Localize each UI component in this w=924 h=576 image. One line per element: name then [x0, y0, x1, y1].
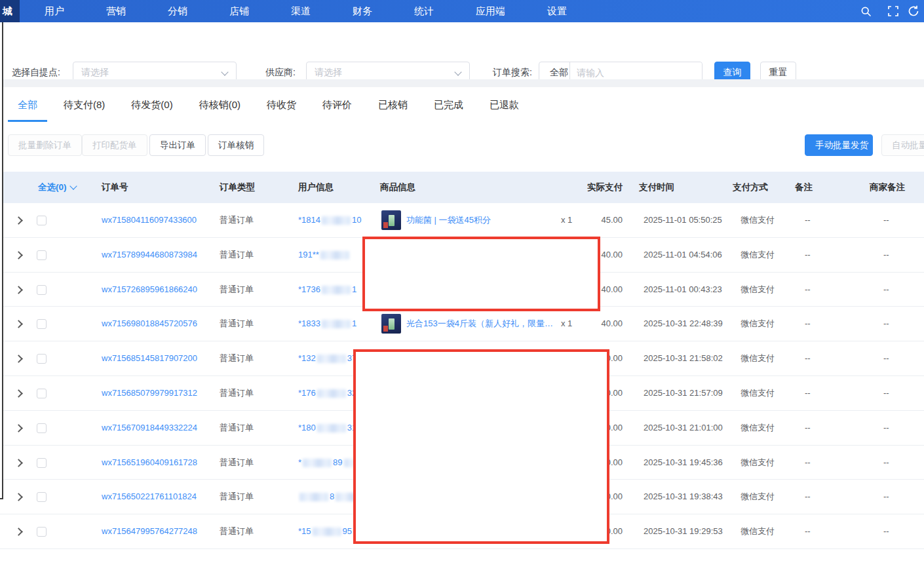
product-name-link[interactable]: 光合153一袋4斤装（新人好礼，限量1袋...: [406, 307, 556, 341]
column-remark: 备注: [795, 172, 813, 203]
select-all-control[interactable]: 全选(0): [38, 172, 76, 203]
nav-item-channel[interactable]: 渠道: [279, 0, 322, 22]
column-payment-method: 支付方式: [733, 172, 768, 203]
row-checkbox[interactable]: [37, 423, 47, 433]
search-icon[interactable]: [852, 0, 879, 22]
tab-pending-payment[interactable]: 待支付(8): [64, 87, 105, 122]
blurred-text: [317, 389, 346, 398]
refresh-icon[interactable]: [907, 0, 924, 22]
nav-item-distribution[interactable]: 分销: [156, 0, 199, 22]
order-number-link[interactable]: wx715650221761101824: [102, 480, 197, 514]
tab-pending-verification[interactable]: 待核销(0): [199, 87, 241, 122]
row-checkbox[interactable]: [37, 319, 47, 329]
order-number-link[interactable]: wx715789944680873984: [102, 238, 197, 273]
product-name-link[interactable]: 功能菌 | 一袋送45积分: [406, 203, 491, 238]
remark: --: [805, 203, 811, 238]
expand-chevron-icon[interactable]: [14, 389, 23, 398]
payment-method: 微信支付: [741, 446, 775, 480]
blurred-text: [317, 355, 346, 363]
order-management-page: { "colors": { "nav_blue": "#2f74e0", "ac…: [0, 0, 924, 576]
payment-method: 微信支付: [741, 238, 775, 273]
tab-refunded[interactable]: 已退款: [490, 87, 519, 122]
column-order-type: 订单类型: [220, 172, 255, 203]
order-number-link[interactable]: wx715670918449332224: [102, 411, 197, 446]
top-navbar: 城 用户 营销 分销 店铺 渠道 财务 统计 应用端 设置: [0, 0, 924, 22]
remark: --: [805, 376, 811, 411]
merchant-remark: --: [883, 203, 889, 238]
row-checkbox[interactable]: [37, 458, 47, 468]
supplier-placeholder: 请选择: [315, 67, 342, 77]
row-checkbox[interactable]: [37, 216, 47, 225]
row-checkbox[interactable]: [37, 389, 47, 398]
user-info[interactable]: *181410: [298, 203, 361, 238]
table-header: 全选(0) 订单号 订单类型 用户信息 商品信息 实际支付 支付时间 支付方式 …: [0, 172, 924, 203]
expand-chevron-icon[interactable]: [14, 286, 23, 294]
chevron-down-icon: [69, 182, 77, 189]
user-info[interactable]: *18331: [298, 307, 356, 341]
tab-completed[interactable]: 已完成: [434, 87, 463, 122]
order-number-link[interactable]: wx715698018845720576: [102, 307, 197, 341]
user-info[interactable]: 191**: [298, 238, 351, 273]
batch-delete-orders-button: 批量删除订单: [8, 134, 82, 156]
remark: --: [805, 446, 811, 480]
payment-time: 2025-10-31 21:01:00: [644, 411, 723, 446]
expand-chevron-icon[interactable]: [14, 320, 23, 329]
user-info[interactable]: *18031: [298, 411, 356, 446]
order-number-link[interactable]: wx715647995764277248: [102, 514, 197, 549]
order-verification-button[interactable]: 订单核销: [208, 134, 264, 156]
window-edge-artifact: [0, 22, 3, 499]
fullscreen-icon[interactable]: [879, 0, 907, 22]
payment-time: 2025-10-31 19:29:53: [644, 514, 723, 549]
tab-pending-shipment[interactable]: 待发货(0): [131, 87, 172, 122]
tab-pending-review[interactable]: 待评价: [322, 87, 352, 122]
payment-method: 微信支付: [741, 341, 775, 376]
user-info[interactable]: *17361: [298, 273, 356, 307]
order-number-link[interactable]: wx715651960409161728: [102, 446, 197, 480]
row-checkbox[interactable]: [37, 527, 47, 537]
nav-item-mall-partial[interactable]: 城: [0, 0, 20, 22]
product-qty: x 1: [561, 203, 572, 238]
merchant-remark: --: [883, 238, 889, 273]
column-user-info: 用户信息: [298, 172, 334, 203]
row-checkbox[interactable]: [37, 492, 47, 502]
tab-verified[interactable]: 已核销: [378, 87, 408, 122]
manual-batch-ship-button[interactable]: 手动批量发货: [805, 134, 873, 156]
user-info[interactable]: *1595: [298, 514, 352, 549]
nav-item-client-apps[interactable]: 应用端: [464, 0, 517, 22]
actual-payment: 40.00: [577, 307, 623, 341]
tab-pending-receipt[interactable]: 待收货: [267, 87, 296, 122]
order-number-link[interactable]: wx715685079979917312: [102, 376, 197, 411]
tab-all[interactable]: 全部: [18, 87, 37, 122]
export-orders-button[interactable]: 导出订单: [149, 134, 206, 156]
nav-item-finance[interactable]: 财务: [341, 0, 384, 22]
order-number-link[interactable]: wx715726895961866240: [102, 273, 197, 307]
order-number-link[interactable]: wx715685145817907200: [102, 341, 197, 376]
merchant-remark: --: [883, 411, 889, 446]
merchant-remark: --: [883, 341, 889, 376]
user-info[interactable]: *13237: [298, 341, 356, 376]
merchant-remark: --: [883, 273, 889, 307]
expand-chevron-icon[interactable]: [14, 493, 23, 502]
nav-item-settings[interactable]: 设置: [535, 0, 579, 22]
print-picking-list-button: 打印配货单: [82, 134, 147, 156]
nav-item-statistics[interactable]: 统计: [402, 0, 446, 22]
expand-chevron-icon[interactable]: [14, 528, 23, 536]
expand-chevron-icon[interactable]: [14, 424, 23, 432]
nav-item-users[interactable]: 用户: [33, 0, 76, 22]
row-checkbox[interactable]: [37, 354, 47, 364]
expand-chevron-icon[interactable]: [14, 355, 23, 363]
row-checkbox[interactable]: [37, 285, 47, 295]
blurred-text: [303, 459, 332, 467]
nav-item-store[interactable]: 店铺: [218, 0, 261, 22]
nav-item-marketing[interactable]: 营销: [94, 0, 138, 22]
expand-chevron-icon[interactable]: [14, 216, 23, 225]
column-product-info: 商品信息: [380, 172, 415, 203]
expand-chevron-icon[interactable]: [14, 251, 23, 259]
payment-time: 2025-11-01 05:50:25: [644, 203, 722, 238]
row-checkbox[interactable]: [37, 250, 47, 260]
user-info[interactable]: *17632: [298, 376, 356, 411]
order-number-link[interactable]: wx715804116097433600: [102, 203, 197, 238]
expand-chevron-icon[interactable]: [14, 459, 23, 467]
order-type: 普通订单: [220, 376, 254, 411]
payment-time: 2025-10-31 22:48:39: [644, 307, 723, 341]
